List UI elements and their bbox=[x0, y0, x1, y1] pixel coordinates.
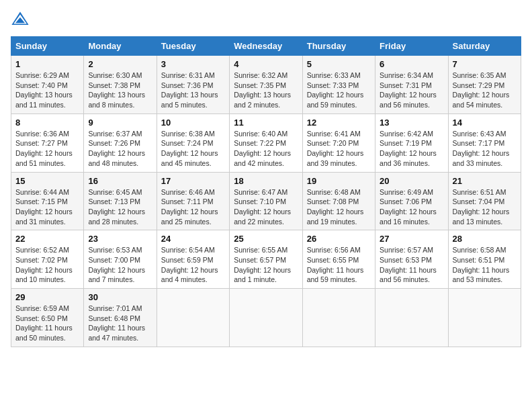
day-info: Sunrise: 6:59 AM Sunset: 6:50 PM Dayligh… bbox=[15, 304, 79, 343]
calendar-cell bbox=[302, 289, 375, 347]
day-number: 22 bbox=[15, 234, 79, 244]
day-info: Sunrise: 6:55 AM Sunset: 6:57 PM Dayligh… bbox=[234, 245, 298, 285]
day-number: 21 bbox=[453, 176, 517, 186]
calendar-cell: 9 Sunrise: 6:37 AM Sunset: 7:26 PM Dayli… bbox=[84, 113, 157, 172]
day-info: Sunrise: 6:48 AM Sunset: 7:08 PM Dayligh… bbox=[307, 187, 371, 227]
calendar-cell: 28 Sunrise: 6:58 AM Sunset: 6:51 PM Dayl… bbox=[448, 230, 521, 289]
day-number: 18 bbox=[234, 176, 298, 186]
day-number: 28 bbox=[453, 234, 517, 244]
calendar-cell: 21 Sunrise: 6:51 AM Sunset: 7:04 PM Dayl… bbox=[448, 172, 521, 230]
calendar-cell: 27 Sunrise: 6:57 AM Sunset: 6:53 PM Dayl… bbox=[375, 230, 448, 289]
day-number: 24 bbox=[161, 234, 225, 244]
calendar-cell: 10 Sunrise: 6:38 AM Sunset: 7:24 PM Dayl… bbox=[157, 113, 229, 172]
day-info: Sunrise: 6:35 AM Sunset: 7:29 PM Dayligh… bbox=[453, 71, 517, 110]
column-header-saturday: Saturday bbox=[448, 37, 521, 56]
day-info: Sunrise: 6:36 AM Sunset: 7:27 PM Dayligh… bbox=[15, 129, 79, 169]
calendar-week-row: 29 Sunrise: 6:59 AM Sunset: 6:50 PM Dayl… bbox=[11, 289, 521, 347]
day-number: 15 bbox=[15, 176, 79, 186]
calendar-cell: 22 Sunrise: 6:52 AM Sunset: 7:02 PM Dayl… bbox=[11, 230, 84, 289]
logo bbox=[11, 11, 32, 30]
calendar-cell: 17 Sunrise: 6:46 AM Sunset: 7:11 PM Dayl… bbox=[157, 172, 229, 230]
day-info: Sunrise: 7:01 AM Sunset: 6:48 PM Dayligh… bbox=[88, 304, 152, 343]
calendar-week-row: 8 Sunrise: 6:36 AM Sunset: 7:27 PM Dayli… bbox=[11, 113, 521, 172]
day-info: Sunrise: 6:43 AM Sunset: 7:17 PM Dayligh… bbox=[453, 129, 517, 169]
day-number: 16 bbox=[88, 176, 152, 186]
day-info: Sunrise: 6:49 AM Sunset: 7:06 PM Dayligh… bbox=[380, 187, 443, 227]
day-info: Sunrise: 6:44 AM Sunset: 7:15 PM Dayligh… bbox=[15, 187, 79, 227]
day-number: 5 bbox=[307, 59, 371, 69]
day-number: 29 bbox=[15, 292, 79, 302]
day-number: 6 bbox=[380, 59, 443, 69]
calendar-cell: 12 Sunrise: 6:41 AM Sunset: 7:20 PM Dayl… bbox=[302, 113, 375, 172]
day-info: Sunrise: 6:40 AM Sunset: 7:22 PM Dayligh… bbox=[234, 129, 298, 169]
day-number: 13 bbox=[380, 118, 443, 128]
calendar-cell bbox=[157, 289, 229, 347]
day-number: 27 bbox=[380, 234, 443, 244]
day-info: Sunrise: 6:52 AM Sunset: 7:02 PM Dayligh… bbox=[15, 245, 79, 285]
day-info: Sunrise: 6:56 AM Sunset: 6:55 PM Dayligh… bbox=[307, 245, 371, 285]
calendar-cell: 16 Sunrise: 6:45 AM Sunset: 7:13 PM Dayl… bbox=[84, 172, 157, 230]
day-number: 14 bbox=[453, 118, 517, 128]
day-number: 26 bbox=[307, 234, 371, 244]
column-header-sunday: Sunday bbox=[11, 37, 84, 56]
day-number: 7 bbox=[453, 59, 517, 69]
calendar-cell: 6 Sunrise: 6:34 AM Sunset: 7:31 PM Dayli… bbox=[375, 56, 448, 114]
calendar-cell: 3 Sunrise: 6:31 AM Sunset: 7:36 PM Dayli… bbox=[157, 56, 229, 114]
day-number: 20 bbox=[380, 176, 443, 186]
day-number: 9 bbox=[88, 118, 152, 128]
day-info: Sunrise: 6:31 AM Sunset: 7:36 PM Dayligh… bbox=[161, 71, 225, 110]
calendar-cell bbox=[375, 289, 448, 347]
calendar-cell: 20 Sunrise: 6:49 AM Sunset: 7:06 PM Dayl… bbox=[375, 172, 448, 230]
day-number: 12 bbox=[307, 118, 371, 128]
calendar-cell: 25 Sunrise: 6:55 AM Sunset: 6:57 PM Dayl… bbox=[230, 230, 302, 289]
calendar-cell bbox=[448, 289, 521, 347]
day-info: Sunrise: 6:30 AM Sunset: 7:38 PM Dayligh… bbox=[88, 71, 152, 110]
calendar-cell: 30 Sunrise: 7:01 AM Sunset: 6:48 PM Dayl… bbox=[84, 289, 157, 347]
day-info: Sunrise: 6:32 AM Sunset: 7:35 PM Dayligh… bbox=[234, 71, 298, 110]
calendar-cell: 7 Sunrise: 6:35 AM Sunset: 7:29 PM Dayli… bbox=[448, 56, 521, 114]
day-info: Sunrise: 6:47 AM Sunset: 7:10 PM Dayligh… bbox=[234, 187, 298, 227]
day-number: 1 bbox=[15, 59, 79, 69]
calendar-cell: 14 Sunrise: 6:43 AM Sunset: 7:17 PM Dayl… bbox=[448, 113, 521, 172]
calendar-cell: 4 Sunrise: 6:32 AM Sunset: 7:35 PM Dayli… bbox=[230, 56, 302, 114]
calendar-cell: 2 Sunrise: 6:30 AM Sunset: 7:38 PM Dayli… bbox=[84, 56, 157, 114]
column-header-tuesday: Tuesday bbox=[157, 37, 229, 56]
calendar-week-row: 22 Sunrise: 6:52 AM Sunset: 7:02 PM Dayl… bbox=[11, 230, 521, 289]
calendar-cell: 24 Sunrise: 6:54 AM Sunset: 6:59 PM Dayl… bbox=[157, 230, 229, 289]
calendar-table: SundayMondayTuesdayWednesdayThursdayFrid… bbox=[11, 36, 521, 347]
day-number: 8 bbox=[15, 118, 79, 128]
calendar-cell: 5 Sunrise: 6:33 AM Sunset: 7:33 PM Dayli… bbox=[302, 56, 375, 114]
calendar-week-row: 1 Sunrise: 6:29 AM Sunset: 7:40 PM Dayli… bbox=[11, 56, 521, 114]
calendar-cell bbox=[230, 289, 302, 347]
day-number: 10 bbox=[161, 118, 225, 128]
day-number: 4 bbox=[234, 59, 298, 69]
day-info: Sunrise: 6:45 AM Sunset: 7:13 PM Dayligh… bbox=[88, 187, 152, 227]
page-header bbox=[11, 11, 521, 30]
calendar-cell: 19 Sunrise: 6:48 AM Sunset: 7:08 PM Dayl… bbox=[302, 172, 375, 230]
calendar-cell: 13 Sunrise: 6:42 AM Sunset: 7:19 PM Dayl… bbox=[375, 113, 448, 172]
day-number: 19 bbox=[307, 176, 371, 186]
day-info: Sunrise: 6:54 AM Sunset: 6:59 PM Dayligh… bbox=[161, 245, 225, 285]
logo-icon bbox=[11, 11, 30, 30]
calendar-cell: 8 Sunrise: 6:36 AM Sunset: 7:27 PM Dayli… bbox=[11, 113, 84, 172]
day-info: Sunrise: 6:42 AM Sunset: 7:19 PM Dayligh… bbox=[380, 129, 443, 169]
column-header-wednesday: Wednesday bbox=[230, 37, 302, 56]
calendar-header-row: SundayMondayTuesdayWednesdayThursdayFrid… bbox=[11, 37, 521, 56]
day-number: 2 bbox=[88, 59, 152, 69]
column-header-thursday: Thursday bbox=[302, 37, 375, 56]
day-info: Sunrise: 6:51 AM Sunset: 7:04 PM Dayligh… bbox=[453, 187, 517, 227]
day-info: Sunrise: 6:34 AM Sunset: 7:31 PM Dayligh… bbox=[380, 71, 443, 110]
calendar-cell: 1 Sunrise: 6:29 AM Sunset: 7:40 PM Dayli… bbox=[11, 56, 84, 114]
day-info: Sunrise: 6:57 AM Sunset: 6:53 PM Dayligh… bbox=[380, 245, 443, 285]
day-number: 11 bbox=[234, 118, 298, 128]
day-number: 23 bbox=[88, 234, 152, 244]
day-info: Sunrise: 6:46 AM Sunset: 7:11 PM Dayligh… bbox=[161, 187, 225, 227]
calendar-week-row: 15 Sunrise: 6:44 AM Sunset: 7:15 PM Dayl… bbox=[11, 172, 521, 230]
calendar-cell: 11 Sunrise: 6:40 AM Sunset: 7:22 PM Dayl… bbox=[230, 113, 302, 172]
column-header-friday: Friday bbox=[375, 37, 448, 56]
calendar-cell: 23 Sunrise: 6:53 AM Sunset: 7:00 PM Dayl… bbox=[84, 230, 157, 289]
day-info: Sunrise: 6:37 AM Sunset: 7:26 PM Dayligh… bbox=[88, 129, 152, 169]
day-info: Sunrise: 6:33 AM Sunset: 7:33 PM Dayligh… bbox=[307, 71, 371, 110]
calendar-cell: 15 Sunrise: 6:44 AM Sunset: 7:15 PM Dayl… bbox=[11, 172, 84, 230]
day-info: Sunrise: 6:38 AM Sunset: 7:24 PM Dayligh… bbox=[161, 129, 225, 169]
